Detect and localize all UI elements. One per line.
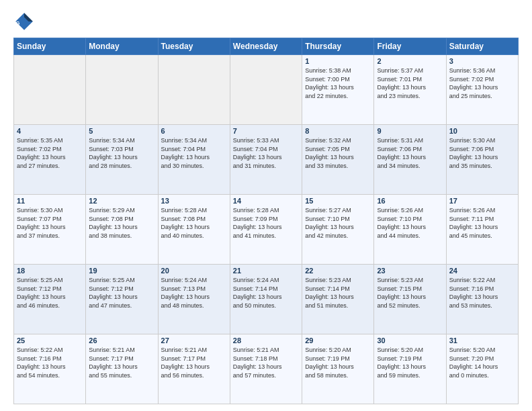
calendar-cell: 9Sunrise: 5:31 AM Sunset: 7:06 PM Daylig… [374, 125, 446, 195]
calendar-cell: 18Sunrise: 5:25 AM Sunset: 7:12 PM Dayli… [14, 265, 86, 334]
day-info: Sunrise: 5:30 AM Sunset: 7:06 PM Dayligh… [449, 136, 515, 170]
day-number: 19 [89, 267, 154, 275]
day-info: Sunrise: 5:25 AM Sunset: 7:12 PM Dayligh… [89, 276, 154, 310]
day-info: Sunrise: 5:31 AM Sunset: 7:06 PM Dayligh… [377, 136, 443, 170]
day-number: 24 [449, 267, 515, 275]
calendar-cell: 25Sunrise: 5:22 AM Sunset: 7:16 PM Dayli… [14, 334, 86, 404]
calendar-cell: 7Sunrise: 5:33 AM Sunset: 7:04 PM Daylig… [230, 125, 302, 195]
day-info: Sunrise: 5:33 AM Sunset: 7:04 PM Dayligh… [233, 136, 299, 170]
day-number: 31 [449, 336, 515, 345]
day-number: 16 [377, 197, 443, 205]
day-number: 6 [161, 127, 227, 135]
day-info: Sunrise: 5:21 AM Sunset: 7:17 PM Dayligh… [161, 346, 227, 379]
day-number: 8 [305, 127, 371, 135]
calendar-cell: 19Sunrise: 5:25 AM Sunset: 7:12 PM Dayli… [86, 265, 158, 334]
day-info: Sunrise: 5:34 AM Sunset: 7:03 PM Dayligh… [89, 136, 154, 170]
day-number: 5 [89, 127, 154, 135]
day-info: Sunrise: 5:38 AM Sunset: 7:00 PM Dayligh… [305, 66, 371, 100]
calendar-cell: 6Sunrise: 5:34 AM Sunset: 7:04 PM Daylig… [158, 125, 230, 195]
day-info: Sunrise: 5:28 AM Sunset: 7:09 PM Dayligh… [233, 206, 299, 240]
page: G SundayMondayTuesdayWednesdayThursdayFr… [0, 0, 532, 411]
day-number: 29 [305, 336, 371, 345]
calendar-cell: 11Sunrise: 5:30 AM Sunset: 7:07 PM Dayli… [14, 195, 86, 265]
calendar-week: 4Sunrise: 5:35 AM Sunset: 7:02 PM Daylig… [14, 125, 519, 195]
svg-text:G: G [15, 20, 19, 26]
calendar-cell: 16Sunrise: 5:26 AM Sunset: 7:10 PM Dayli… [374, 195, 446, 265]
day-info: Sunrise: 5:37 AM Sunset: 7:01 PM Dayligh… [377, 66, 443, 100]
calendar-cell: 4Sunrise: 5:35 AM Sunset: 7:02 PM Daylig… [14, 125, 86, 195]
day-number: 23 [377, 267, 443, 275]
day-info: Sunrise: 5:21 AM Sunset: 7:17 PM Dayligh… [89, 346, 154, 379]
calendar-week: 25Sunrise: 5:22 AM Sunset: 7:16 PM Dayli… [14, 334, 519, 404]
day-info: Sunrise: 5:25 AM Sunset: 7:12 PM Dayligh… [17, 276, 83, 310]
calendar-cell: 12Sunrise: 5:29 AM Sunset: 7:08 PM Dayli… [86, 195, 158, 265]
day-info: Sunrise: 5:26 AM Sunset: 7:11 PM Dayligh… [449, 206, 515, 240]
calendar: SundayMondayTuesdayWednesdayThursdayFrid… [13, 38, 519, 404]
day-number: 1 [305, 57, 371, 65]
calendar-week: 1Sunrise: 5:38 AM Sunset: 7:00 PM Daylig… [14, 55, 519, 125]
calendar-body: 1Sunrise: 5:38 AM Sunset: 7:00 PM Daylig… [14, 55, 519, 404]
day-number: 20 [161, 267, 227, 275]
calendar-week: 18Sunrise: 5:25 AM Sunset: 7:12 PM Dayli… [14, 265, 519, 334]
day-number: 14 [233, 197, 299, 205]
day-info: Sunrise: 5:22 AM Sunset: 7:16 PM Dayligh… [449, 276, 515, 310]
day-info: Sunrise: 5:26 AM Sunset: 7:10 PM Dayligh… [377, 206, 443, 240]
day-number: 13 [161, 197, 227, 205]
calendar-cell [86, 55, 158, 125]
day-number: 21 [233, 267, 299, 275]
day-number: 2 [377, 57, 443, 65]
day-info: Sunrise: 5:22 AM Sunset: 7:16 PM Dayligh… [17, 346, 83, 379]
calendar-cell: 10Sunrise: 5:30 AM Sunset: 7:06 PM Dayli… [446, 125, 518, 195]
calendar-cell: 20Sunrise: 5:24 AM Sunset: 7:13 PM Dayli… [158, 265, 230, 334]
calendar-cell: 31Sunrise: 5:20 AM Sunset: 7:20 PM Dayli… [446, 334, 518, 404]
calendar-cell: 1Sunrise: 5:38 AM Sunset: 7:00 PM Daylig… [302, 55, 374, 125]
day-info: Sunrise: 5:23 AM Sunset: 7:15 PM Dayligh… [377, 276, 443, 310]
calendar-cell: 26Sunrise: 5:21 AM Sunset: 7:17 PM Dayli… [86, 334, 158, 404]
calendar-cell: 3Sunrise: 5:36 AM Sunset: 7:02 PM Daylig… [446, 55, 518, 125]
day-number: 25 [17, 336, 83, 345]
weekday-row: SundayMondayTuesdayWednesdayThursdayFrid… [14, 38, 519, 55]
day-number: 28 [233, 336, 299, 345]
logo-icon: G [13, 11, 35, 32]
calendar-cell: 29Sunrise: 5:20 AM Sunset: 7:19 PM Dayli… [302, 334, 374, 404]
day-number: 4 [17, 127, 83, 135]
day-number: 11 [17, 197, 83, 205]
header: G [13, 11, 519, 32]
day-number: 22 [305, 267, 371, 275]
day-info: Sunrise: 5:21 AM Sunset: 7:18 PM Dayligh… [233, 346, 299, 379]
calendar-cell: 15Sunrise: 5:27 AM Sunset: 7:10 PM Dayli… [302, 195, 374, 265]
calendar-cell [158, 55, 230, 125]
day-info: Sunrise: 5:28 AM Sunset: 7:08 PM Dayligh… [161, 206, 227, 240]
day-info: Sunrise: 5:27 AM Sunset: 7:10 PM Dayligh… [305, 206, 371, 240]
day-info: Sunrise: 5:20 AM Sunset: 7:20 PM Dayligh… [449, 346, 515, 379]
day-info: Sunrise: 5:32 AM Sunset: 7:05 PM Dayligh… [305, 136, 371, 170]
day-number: 27 [161, 336, 227, 345]
calendar-cell: 24Sunrise: 5:22 AM Sunset: 7:16 PM Dayli… [446, 265, 518, 334]
day-info: Sunrise: 5:20 AM Sunset: 7:19 PM Dayligh… [305, 346, 371, 379]
weekday-header: Friday [374, 38, 446, 55]
day-number: 12 [89, 197, 154, 205]
day-info: Sunrise: 5:20 AM Sunset: 7:19 PM Dayligh… [377, 346, 443, 379]
day-number: 3 [449, 57, 515, 65]
day-info: Sunrise: 5:34 AM Sunset: 7:04 PM Dayligh… [161, 136, 227, 170]
day-info: Sunrise: 5:24 AM Sunset: 7:14 PM Dayligh… [233, 276, 299, 310]
calendar-cell [14, 55, 86, 125]
calendar-cell: 17Sunrise: 5:26 AM Sunset: 7:11 PM Dayli… [446, 195, 518, 265]
calendar-cell: 22Sunrise: 5:23 AM Sunset: 7:14 PM Dayli… [302, 265, 374, 334]
day-number: 30 [377, 336, 443, 345]
day-info: Sunrise: 5:36 AM Sunset: 7:02 PM Dayligh… [449, 66, 515, 100]
day-info: Sunrise: 5:30 AM Sunset: 7:07 PM Dayligh… [17, 206, 83, 240]
calendar-header: SundayMondayTuesdayWednesdayThursdayFrid… [14, 38, 519, 55]
calendar-cell: 27Sunrise: 5:21 AM Sunset: 7:17 PM Dayli… [158, 334, 230, 404]
calendar-cell: 8Sunrise: 5:32 AM Sunset: 7:05 PM Daylig… [302, 125, 374, 195]
weekday-header: Wednesday [230, 38, 302, 55]
day-info: Sunrise: 5:24 AM Sunset: 7:13 PM Dayligh… [161, 276, 227, 310]
day-info: Sunrise: 5:23 AM Sunset: 7:14 PM Dayligh… [305, 276, 371, 310]
day-number: 17 [449, 197, 515, 205]
weekday-header: Sunday [14, 38, 86, 55]
calendar-cell: 21Sunrise: 5:24 AM Sunset: 7:14 PM Dayli… [230, 265, 302, 334]
calendar-cell: 5Sunrise: 5:34 AM Sunset: 7:03 PM Daylig… [86, 125, 158, 195]
day-info: Sunrise: 5:35 AM Sunset: 7:02 PM Dayligh… [17, 136, 83, 170]
calendar-cell: 14Sunrise: 5:28 AM Sunset: 7:09 PM Dayli… [230, 195, 302, 265]
calendar-cell [230, 55, 302, 125]
